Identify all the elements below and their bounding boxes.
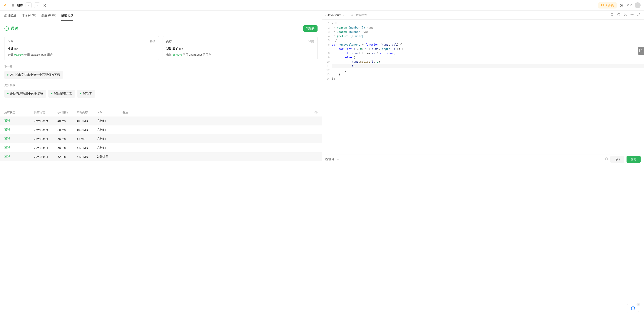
avatar[interactable] [634,2,640,8]
runtime-label: 时间 [8,40,14,43]
row-status: 通过 [4,155,34,159]
run-button[interactable]: 运行 [610,156,624,163]
bookmark-icon[interactable] [610,13,614,17]
right-panel: iJavaScript | 智能模式 ⌘ 1234567891011121314… [322,11,644,164]
tab-solutions[interactable]: 题解 (8.2K) [41,11,56,21]
table-settings-icon[interactable] [314,111,318,114]
row-time: 几秒前 [97,119,122,123]
smart-mode-dot-icon [352,14,353,16]
timer-icon[interactable] [619,3,624,7]
difficulty-dot-icon [7,74,8,76]
row-runtime: 80 ms [58,128,77,132]
col-note: 备注 [122,110,314,114]
row-lang: JavaScript [34,137,58,141]
challenge-chip[interactable]: 移除链表元素 [48,90,75,98]
main-content: 题目描述 讨论 (4.4K) 题解 (8.2K) 提交记录 通过 写题解 时间 … [0,11,644,164]
logo-icon[interactable] [4,3,8,7]
col-memory: 消耗内存 [77,110,97,114]
more-challenges-title: 更多挑战 [4,83,318,87]
row-lang: JavaScript [34,128,58,132]
result-area: 通过 写题解 时间 详情 48 ms 击败 98.93% 使用 JavaScri… [0,21,322,102]
reset-icon[interactable] [617,13,620,17]
row-status: 通过 [4,119,34,123]
plus-membership-button[interactable]: Plus 会员 [598,2,617,8]
memory-value: 39.97 [166,45,178,51]
table-row[interactable]: 通过JavaScript48 ms40.9 MB几秒前 [0,116,322,125]
svg-line-8 [44,4,44,5]
tab-discuss[interactable]: 讨论 (4.4K) [21,11,36,21]
runtime-detail-link[interactable]: 详情 [150,40,156,43]
table-row[interactable]: 通过JavaScript52 ms41.1 MB2 分钟前 [0,152,322,161]
bottom-bar: 控制台 运行 提交 [322,154,644,164]
memory-card: 内存 详情 39.97 mb 击败 85.99% 使用 JavaScript 的… [162,36,318,60]
floating-notes-button[interactable] [638,47,644,55]
submit-button[interactable]: 提交 [626,156,640,163]
keyboard-shortcuts-icon[interactable]: ⌘ [624,13,627,17]
page-title: 题库 [17,3,23,7]
row-lang: JavaScript [34,146,58,150]
prev-problem-button[interactable] [26,2,32,8]
row-memory: 41 MB [77,137,97,141]
chevron-down-icon: ⌄ [46,111,48,114]
table-row[interactable]: 通过JavaScript80 ms41 MB2 分钟前 [0,161,322,164]
settings-icon[interactable] [630,13,634,17]
memory-unit: mb [179,47,183,50]
svg-point-10 [5,27,8,30]
row-memory: 40.9 MB [77,119,97,123]
fullscreen-icon[interactable] [637,13,640,17]
code-content[interactable]: /** * @param {number[]} nums * @param {n… [332,19,644,154]
row-time: 2 分钟前 [97,155,122,159]
challenge-chip[interactable]: 移动零 [77,90,95,98]
language-selector[interactable]: iJavaScript [326,13,344,17]
row-runtime: 56 ms [58,137,77,141]
runtime-card: 时间 详情 48 ms 击败 98.93% 使用 JavaScript 的用户 [4,36,159,60]
row-memory: 40.9 MB [77,128,97,132]
row-memory: 41.1 MB [77,146,97,150]
col-status-filter[interactable]: 所有状态⌄ [4,110,34,114]
streak-badge[interactable]: 0 [626,3,632,7]
chevron-down-icon: ⌄ [16,111,18,114]
left-panel: 题目描述 讨论 (4.4K) 题解 (8.2K) 提交记录 通过 写题解 时间 … [0,11,322,164]
tabs: 题目描述 讨论 (4.4K) 题解 (8.2K) 提交记录 [0,11,322,21]
table-row[interactable]: 通过JavaScript56 ms41.1 MB几秒前 [0,143,322,152]
challenge-chip[interactable]: 删除有序数组中的重复项 [4,90,46,98]
col-runtime: 执行用时 [58,110,77,114]
smart-mode-label[interactable]: 智能模式 [356,13,367,17]
svg-line-13 [639,13,640,14]
row-status: 通过 [4,146,34,150]
table-row[interactable]: 通过JavaScript56 ms41 MB几秒前 [0,134,322,143]
code-editor[interactable]: 1234567891011121314 /** * @param {number… [322,19,644,154]
difficulty-dot-icon [80,93,82,94]
col-lang-filter[interactable]: 所有语言⌄ [34,110,58,114]
shuffle-icon[interactable] [42,3,47,7]
row-memory: 41.1 MB [77,155,97,158]
streak-count: 0 [630,3,632,7]
memory-detail-link[interactable]: 详情 [308,40,314,43]
challenge-label: 移除链表元素 [54,92,72,96]
tab-submissions[interactable]: 提交记录 [61,11,73,21]
debug-icon[interactable] [605,157,608,161]
row-time: 几秒前 [97,146,122,150]
svg-rect-15 [606,158,607,160]
memory-label: 内存 [166,40,172,43]
row-runtime: 56 ms [58,146,77,150]
next-problem-button[interactable] [34,2,40,8]
row-status: 通过 [4,128,34,132]
chevron-down-icon [342,14,344,16]
memory-beat: 击败 85.99% 使用 JavaScript 的用户 [166,53,314,57]
accepted-status: 通过 [4,26,18,31]
write-solution-button[interactable]: 写题解 [303,25,318,32]
editor-header: iJavaScript | 智能模式 ⌘ [322,11,644,19]
next-problem-chip[interactable]: 28. 找出字符串中第一个匹配项的下标 [4,71,63,79]
list-icon[interactable] [10,3,14,7]
svg-point-11 [316,112,316,113]
row-time: 几秒前 [97,128,122,132]
console-toggle[interactable]: 控制台 [326,157,334,161]
runtime-beat: 击败 98.93% 使用 JavaScript 的用户 [8,53,156,57]
col-time: 时间 [97,110,122,114]
table-row[interactable]: 通过JavaScript80 ms40.9 MB几秒前 [0,125,322,134]
chevron-up-icon[interactable] [337,158,339,160]
row-runtime: 52 ms [58,155,77,158]
tab-description[interactable]: 题目描述 [4,11,16,21]
next-problem-label: 28. 找出字符串中第一个匹配项的下标 [10,73,60,77]
